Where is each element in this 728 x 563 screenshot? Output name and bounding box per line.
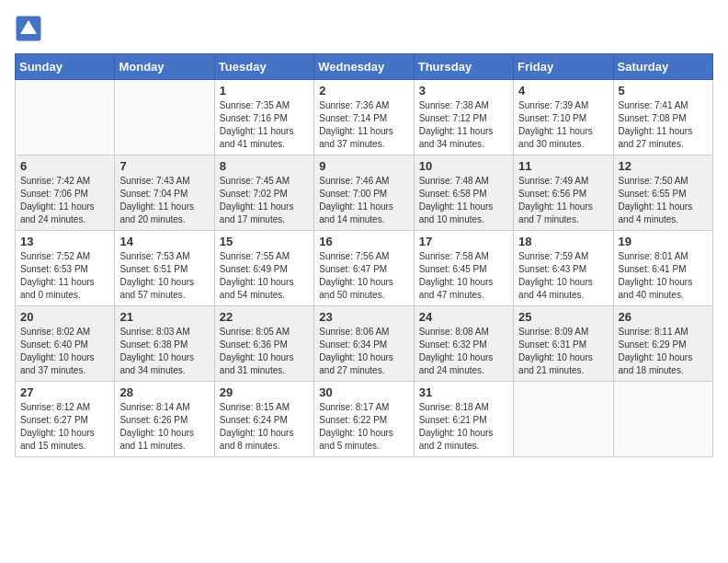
calendar-cell: 17Sunrise: 7:58 AM Sunset: 6:45 PM Dayli…	[414, 231, 513, 306]
calendar-cell	[613, 382, 712, 457]
calendar-cell: 21Sunrise: 8:03 AM Sunset: 6:38 PM Dayli…	[115, 306, 214, 382]
day-number: 23	[319, 310, 408, 324]
day-info: Sunrise: 7:46 AM Sunset: 7:00 PM Dayligh…	[319, 175, 408, 226]
day-number: 16	[319, 235, 408, 248]
day-info: Sunrise: 8:01 AM Sunset: 6:41 PM Dayligh…	[619, 250, 708, 302]
logo-icon	[15, 15, 42, 42]
calendar-week-row: 1Sunrise: 7:35 AM Sunset: 7:16 PM Daylig…	[16, 80, 713, 155]
day-info: Sunrise: 7:45 AM Sunset: 7:02 PM Dayligh…	[220, 175, 309, 226]
calendar-cell: 30Sunrise: 8:17 AM Sunset: 6:22 PM Dayli…	[314, 382, 414, 457]
day-number: 20	[20, 310, 109, 324]
day-number: 31	[419, 385, 508, 399]
calendar-cell: 7Sunrise: 7:43 AM Sunset: 7:04 PM Daylig…	[115, 155, 214, 231]
day-number: 7	[119, 159, 209, 173]
day-number: 9	[319, 159, 408, 173]
calendar-cell: 31Sunrise: 8:18 AM Sunset: 6:21 PM Dayli…	[414, 382, 513, 457]
calendar-cell: 18Sunrise: 7:59 AM Sunset: 6:43 PM Dayli…	[514, 231, 613, 306]
calendar-cell: 9Sunrise: 7:46 AM Sunset: 7:00 PM Daylig…	[314, 155, 414, 231]
calendar-cell: 12Sunrise: 7:50 AM Sunset: 6:55 PM Dayli…	[613, 155, 712, 231]
day-info: Sunrise: 7:48 AM Sunset: 6:58 PM Dayligh…	[419, 175, 508, 226]
day-info: Sunrise: 7:50 AM Sunset: 6:55 PM Dayligh…	[619, 175, 708, 226]
day-info: Sunrise: 7:35 AM Sunset: 7:16 PM Dayligh…	[220, 99, 309, 151]
day-number: 10	[419, 159, 508, 173]
calendar-cell: 1Sunrise: 7:35 AM Sunset: 7:16 PM Daylig…	[214, 80, 313, 155]
day-number: 6	[20, 159, 109, 173]
day-info: Sunrise: 8:11 AM Sunset: 6:29 PM Dayligh…	[619, 326, 708, 377]
day-info: Sunrise: 7:36 AM Sunset: 7:14 PM Dayligh…	[319, 99, 408, 151]
calendar-cell: 20Sunrise: 8:02 AM Sunset: 6:40 PM Dayli…	[16, 306, 115, 382]
day-info: Sunrise: 8:12 AM Sunset: 6:27 PM Dayligh…	[20, 401, 109, 453]
day-number: 5	[619, 84, 708, 98]
calendar-cell	[514, 382, 613, 457]
calendar-cell: 8Sunrise: 7:45 AM Sunset: 7:02 PM Daylig…	[214, 155, 313, 231]
day-info: Sunrise: 8:15 AM Sunset: 6:24 PM Dayligh…	[220, 401, 309, 453]
day-info: Sunrise: 8:05 AM Sunset: 6:36 PM Dayligh…	[220, 326, 309, 377]
day-info: Sunrise: 7:56 AM Sunset: 6:47 PM Dayligh…	[319, 250, 408, 302]
day-number: 12	[619, 159, 708, 173]
day-number: 19	[619, 235, 708, 248]
day-of-week-header: Tuesday	[214, 54, 313, 80]
day-info: Sunrise: 8:18 AM Sunset: 6:21 PM Dayligh…	[419, 401, 508, 453]
calendar-table: SundayMondayTuesdayWednesdayThursdayFrid…	[15, 53, 713, 457]
day-number: 14	[119, 235, 209, 248]
day-info: Sunrise: 8:08 AM Sunset: 6:32 PM Dayligh…	[419, 326, 508, 377]
day-of-week-header: Friday	[514, 54, 613, 80]
day-info: Sunrise: 8:03 AM Sunset: 6:38 PM Dayligh…	[119, 326, 209, 377]
calendar-cell: 29Sunrise: 8:15 AM Sunset: 6:24 PM Dayli…	[214, 382, 313, 457]
day-info: Sunrise: 8:14 AM Sunset: 6:26 PM Dayligh…	[119, 401, 209, 453]
calendar-cell: 14Sunrise: 7:53 AM Sunset: 6:51 PM Dayli…	[115, 231, 214, 306]
day-number: 29	[220, 385, 309, 399]
day-number: 13	[20, 235, 109, 248]
day-number: 3	[419, 84, 508, 98]
day-number: 2	[319, 84, 408, 98]
day-info: Sunrise: 8:02 AM Sunset: 6:40 PM Dayligh…	[20, 326, 109, 377]
calendar-cell: 26Sunrise: 8:11 AM Sunset: 6:29 PM Dayli…	[613, 306, 712, 382]
calendar-cell: 19Sunrise: 8:01 AM Sunset: 6:41 PM Dayli…	[613, 231, 712, 306]
day-number: 28	[119, 385, 209, 399]
day-number: 21	[119, 310, 209, 324]
calendar-week-row: 20Sunrise: 8:02 AM Sunset: 6:40 PM Dayli…	[16, 306, 713, 382]
day-info: Sunrise: 7:52 AM Sunset: 6:53 PM Dayligh…	[20, 250, 109, 302]
day-of-week-header: Thursday	[414, 54, 513, 80]
day-info: Sunrise: 8:17 AM Sunset: 6:22 PM Dayligh…	[319, 401, 408, 453]
calendar-cell: 2Sunrise: 7:36 AM Sunset: 7:14 PM Daylig…	[314, 80, 414, 155]
day-info: Sunrise: 7:59 AM Sunset: 6:43 PM Dayligh…	[518, 250, 608, 302]
day-number: 17	[419, 235, 508, 248]
day-number: 4	[518, 84, 608, 98]
day-info: Sunrise: 8:06 AM Sunset: 6:34 PM Dayligh…	[319, 326, 408, 377]
day-info: Sunrise: 7:58 AM Sunset: 6:45 PM Dayligh…	[419, 250, 508, 302]
page-header	[15, 15, 713, 42]
day-number: 26	[619, 310, 708, 324]
day-of-week-header: Monday	[115, 54, 214, 80]
day-number: 30	[319, 385, 408, 399]
day-info: Sunrise: 7:38 AM Sunset: 7:12 PM Dayligh…	[419, 99, 508, 151]
calendar-cell: 10Sunrise: 7:48 AM Sunset: 6:58 PM Dayli…	[414, 155, 513, 231]
day-of-week-header: Sunday	[16, 54, 115, 80]
calendar-cell: 11Sunrise: 7:49 AM Sunset: 6:56 PM Dayli…	[514, 155, 613, 231]
day-info: Sunrise: 7:49 AM Sunset: 6:56 PM Dayligh…	[518, 175, 608, 226]
day-number: 8	[220, 159, 309, 173]
calendar-week-row: 6Sunrise: 7:42 AM Sunset: 7:06 PM Daylig…	[16, 155, 713, 231]
calendar-week-row: 27Sunrise: 8:12 AM Sunset: 6:27 PM Dayli…	[16, 382, 713, 457]
day-of-week-header: Wednesday	[314, 54, 414, 80]
day-number: 15	[220, 235, 309, 248]
calendar-cell: 24Sunrise: 8:08 AM Sunset: 6:32 PM Dayli…	[414, 306, 513, 382]
day-of-week-header: Saturday	[613, 54, 712, 80]
calendar-cell: 3Sunrise: 7:38 AM Sunset: 7:12 PM Daylig…	[414, 80, 513, 155]
calendar-cell: 13Sunrise: 7:52 AM Sunset: 6:53 PM Dayli…	[16, 231, 115, 306]
day-number: 22	[220, 310, 309, 324]
calendar-cell: 16Sunrise: 7:56 AM Sunset: 6:47 PM Dayli…	[314, 231, 414, 306]
day-info: Sunrise: 7:55 AM Sunset: 6:49 PM Dayligh…	[220, 250, 309, 302]
logo	[15, 15, 46, 42]
calendar-cell	[115, 80, 214, 155]
day-info: Sunrise: 7:42 AM Sunset: 7:06 PM Dayligh…	[20, 175, 109, 226]
calendar-header-row: SundayMondayTuesdayWednesdayThursdayFrid…	[16, 54, 713, 80]
day-number: 11	[518, 159, 608, 173]
day-info: Sunrise: 8:09 AM Sunset: 6:31 PM Dayligh…	[518, 326, 608, 377]
day-info: Sunrise: 7:39 AM Sunset: 7:10 PM Dayligh…	[518, 99, 608, 151]
calendar-cell: 15Sunrise: 7:55 AM Sunset: 6:49 PM Dayli…	[214, 231, 313, 306]
day-number: 1	[220, 84, 309, 98]
day-info: Sunrise: 7:53 AM Sunset: 6:51 PM Dayligh…	[119, 250, 209, 302]
calendar-cell: 23Sunrise: 8:06 AM Sunset: 6:34 PM Dayli…	[314, 306, 414, 382]
calendar-cell	[16, 80, 115, 155]
